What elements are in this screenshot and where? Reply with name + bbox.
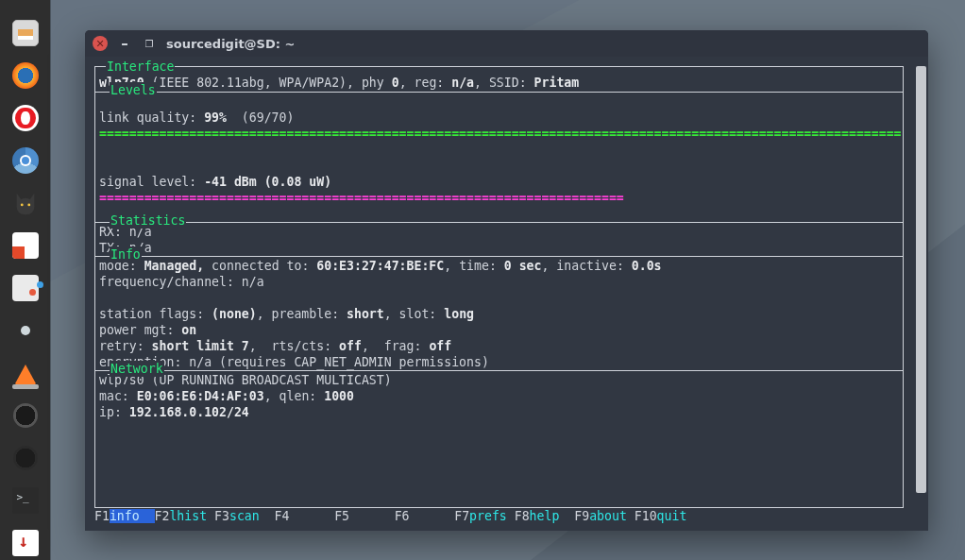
dock-dot-app[interactable] [9,314,42,347]
dock-cat-app[interactable] [9,187,42,219]
fkey-number: F3 [214,509,229,523]
info-retry-line: retry: short limit 7, rts/cts: off, frag… [99,338,899,354]
link-quality-line: link quality: 99% (69/70) [99,110,899,126]
dock-chromium[interactable] [9,144,42,177]
fkey-label: prefs [469,509,515,523]
dock-transmission[interactable] [9,527,42,559]
window-close-button[interactable]: ✕ [93,36,108,51]
note-icon [12,232,39,259]
signal-level-line: signal level: -41 dBm (0.08 uW) [99,174,899,190]
fkey-number: F2 [155,509,170,523]
fkey-label: info [110,509,155,523]
fkey-f3[interactable]: F3scan [214,508,275,525]
info-mode-line: mode: Managed, connected to: 60:E3:27:47… [99,258,899,274]
interface-line: wlp7s0 (IEEE 802.11abg, WPA/WPA2), phy 0… [99,67,899,91]
dock-lens2[interactable] [9,442,42,474]
dock [0,0,50,560]
info-enc-line: encryption: n/a (requires CAP_NET_ADMIN … [99,354,899,370]
fkey-label [410,509,455,523]
fkey-label: lhist [169,509,214,523]
window-title: sourcedigit@SD: ~ [166,37,295,51]
window-minimize-button[interactable]: – [117,36,132,51]
fkey-f10[interactable]: F10quit [635,508,702,525]
fkey-number: F6 [395,509,410,523]
dock-lens1[interactable] [9,399,42,432]
dock-terminal[interactable] [9,484,42,517]
cat-icon [11,189,40,217]
sliders-icon [12,275,39,301]
blank-line [99,142,899,158]
signal-level-bar: ========================================… [99,190,899,206]
section-interface-label: Interface [106,59,175,75]
blank-line [99,93,899,110]
firefox-icon [12,62,39,89]
link-quality-bar: ========================================… [99,126,899,142]
network-mac-line: mac: E0:06:E6:D4:AF:03, qlen: 1000 [99,388,899,404]
chromium-icon [12,147,39,174]
section-info-label: Info [110,246,142,263]
fkey-f6[interactable]: F6 [395,508,455,525]
info-pm-line: power mgt: on [99,322,899,338]
fkey-f9[interactable]: F9about [574,508,635,525]
info-flags-line: station flags: (none), preamble: short, … [99,306,899,322]
svg-point-0 [20,203,23,206]
fkey-number: F7 [454,509,469,523]
fkey-number: F4 [275,509,290,523]
dock-firefox[interactable] [9,59,42,92]
wavemon-box: Interface wlp7s0 (IEEE 802.11abg, WPA/WP… [94,66,904,508]
terminal-body[interactable]: Interface wlp7s0 (IEEE 802.11abg, WPA/WP… [85,57,928,531]
info-freq-line: frequency/channel: n/a [99,274,899,290]
fkey-f5[interactable]: F5 [334,508,395,525]
download-icon [12,530,39,556]
lens-icon [13,446,38,470]
fkey-number: F9 [574,509,589,523]
dock-notes[interactable] [9,229,42,262]
section-network-label: Network [110,361,164,377]
opera-icon [12,105,39,131]
scrollbar[interactable] [916,66,926,493]
svg-point-1 [27,203,30,206]
fkey-label: help [530,509,575,523]
lens-icon [13,403,38,428]
fkey-f4[interactable]: F4 [275,508,335,525]
section-levels-label: Levels [110,82,157,98]
terminal-window: ✕ – ❐ sourcedigit@SD: ~ Interface wlp7s0… [85,30,928,531]
fkey-f8[interactable]: F8help [515,508,575,525]
dot-icon [21,326,30,335]
titlebar[interactable]: ✕ – ❐ sourcedigit@SD: ~ [85,30,928,57]
fkey-f2[interactable]: F2lhist [155,508,215,525]
fkey-number: F1 [94,509,110,523]
fkey-label: about [589,509,635,523]
fkey-label: scan [229,509,275,523]
terminal-icon [12,487,39,514]
blank-line [99,158,899,174]
dock-tweaks[interactable] [9,272,42,304]
dock-vlc[interactable] [9,357,42,389]
fkey-label: quit [657,509,703,523]
fkey-f1[interactable]: F1info [94,508,155,525]
folder-icon [12,20,39,46]
window-maximize-button[interactable]: ❐ [142,36,157,51]
fkey-number: F5 [334,509,349,523]
fkey-label [289,509,334,523]
fkey-number: F8 [515,509,530,523]
fkey-number: F10 [635,509,657,523]
rx-line: RX: n/a [99,224,899,240]
section-statistics-label: Statistics [110,212,186,229]
blank-line [99,290,899,306]
tx-line: TX: n/a [99,240,899,256]
network-ip-line: ip: 192.168.0.102/24 [99,404,899,420]
network-if-line: wlp7s0 (UP RUNNING BROADCAST MULTICAST) [99,372,899,388]
function-keys-bar: F1info F2lhist F3scan F4 F5 F6 F7prefs F… [94,508,904,525]
fkey-f7[interactable]: F7prefs [454,508,515,525]
dock-files[interactable] [9,17,42,49]
fkey-label [349,509,395,523]
blank-line [99,206,899,222]
vlc-icon [14,365,37,385]
dock-opera[interactable] [9,102,42,134]
